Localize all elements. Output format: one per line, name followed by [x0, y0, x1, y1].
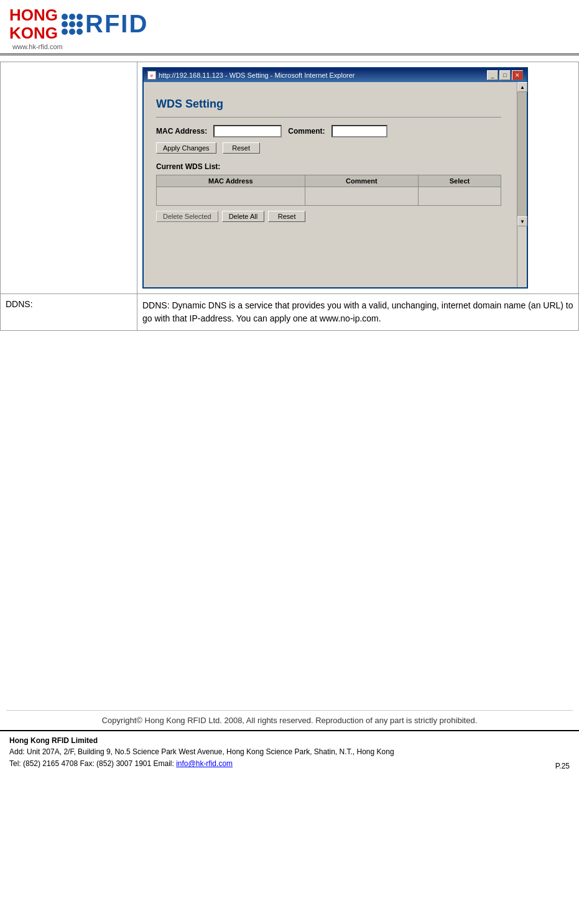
delete-all-button[interactable]: Delete All	[222, 211, 264, 222]
col-select: Select	[419, 175, 501, 187]
wds-form-row: MAC Address: Comment:	[156, 125, 501, 137]
comment-label: Comment:	[288, 127, 325, 136]
current-wds-section: Current WDS List: MAC Address Comment Se…	[156, 162, 501, 222]
page-spacer	[0, 337, 579, 710]
table-header-row: MAC Address Comment Select	[157, 175, 501, 187]
footer-company-name: Hong Kong RFID Limited	[9, 736, 555, 745]
ie-window-controls[interactable]: _ □ ✕	[487, 70, 523, 80]
ddns-description: DDNS: Dynamic DNS is a service that prov…	[142, 300, 573, 323]
wds-empty-space	[156, 222, 501, 272]
footer-address-line2: Tel: (852) 2165 4708 Fax: (852) 3007 190…	[9, 758, 555, 770]
copyright-line: Copyright© Hong Kong RFID Ltd. 2008, All…	[6, 710, 573, 730]
footer-address-line1: Add: Unit 207A, 2/F, Building 9, No.5 Sc…	[9, 746, 555, 758]
logo-dots	[62, 14, 83, 35]
mac-address-label: MAC Address:	[156, 127, 207, 136]
ie-title-text: http://192.168.11.123 - WDS Setting - Mi…	[159, 72, 355, 79]
table-cell-comment	[305, 187, 418, 206]
table-cell-mac	[157, 187, 305, 206]
ie-page-icon: e	[147, 71, 156, 80]
table-row	[157, 187, 501, 206]
col-mac-address: MAC Address	[157, 175, 305, 187]
ddns-label-cell: DDNS:	[1, 294, 137, 331]
ie-titlebar: e http://192.168.11.123 - WDS Setting - …	[144, 68, 527, 82]
ddns-label: DDNS:	[6, 299, 33, 309]
wds-content-area: WDS Setting MAC Address: Comment:	[150, 88, 511, 281]
ddns-content-cell: DDNS: Dynamic DNS is a service that prov…	[137, 294, 579, 331]
ie-scrollbar[interactable]: ▲ ▼	[517, 82, 527, 287]
table-row-screenshot: e http://192.168.11.123 - WDS Setting - …	[1, 62, 579, 294]
wds-title: WDS Setting	[156, 98, 501, 111]
comment-input[interactable]	[331, 125, 387, 137]
right-cell-screenshot: e http://192.168.11.123 - WDS Setting - …	[137, 62, 579, 294]
ie-browser-window: e http://192.168.11.123 - WDS Setting - …	[142, 67, 528, 289]
ie-body: ▲ ▼ WDS Setting MAC Address:	[144, 82, 527, 287]
copyright-text: Copyright© Hong Kong RFID Ltd. 2008, All…	[102, 716, 478, 725]
footer-email-link[interactable]: info@hk-rfid.com	[176, 759, 233, 768]
table-row-ddns: DDNS: DDNS: Dynamic DNS is a service tha…	[1, 294, 579, 331]
col-comment: Comment	[305, 175, 418, 187]
main-content: e http://192.168.11.123 - WDS Setting - …	[0, 55, 579, 337]
wds-apply-row: Apply Changes Reset	[156, 142, 501, 154]
reset-button-2[interactable]: Reset	[268, 211, 305, 222]
scroll-up-button[interactable]: ▲	[517, 82, 527, 92]
apply-changes-button[interactable]: Apply Changes	[156, 142, 216, 154]
page-header: HONGKONG RFID www.hk-rfid.com	[0, 0, 579, 55]
wds-list-table: MAC Address Comment Select	[156, 175, 501, 206]
footer-left: Hong Kong RFID Limited Add: Unit 207A, 2…	[9, 736, 555, 770]
footer-page-number: P.25	[555, 762, 570, 770]
left-cell-empty	[1, 62, 137, 294]
logo-area: HONGKONG RFID	[9, 6, 570, 42]
content-table: e http://192.168.11.123 - WDS Setting - …	[0, 62, 579, 331]
minimize-button[interactable]: _	[487, 70, 498, 80]
footer-tel-fax: Tel: (852) 2165 4708 Fax: (852) 3007 190…	[9, 759, 176, 768]
reset-button-1[interactable]: Reset	[223, 142, 260, 154]
ie-titlebar-left: e http://192.168.11.123 - WDS Setting - …	[147, 71, 355, 80]
close-button[interactable]: ✕	[512, 70, 523, 80]
page-footer: Hong Kong RFID Limited Add: Unit 207A, 2…	[0, 730, 579, 775]
current-wds-label: Current WDS List:	[156, 162, 501, 171]
wds-action-row: Delete Selected Delete All Reset	[156, 211, 501, 222]
table-cell-select	[419, 187, 501, 206]
logo-hk-text: HONGKONG	[9, 6, 58, 42]
logo-rfid-text: RFID	[85, 10, 148, 38]
delete-selected-button[interactable]: Delete Selected	[156, 211, 218, 222]
wds-divider	[156, 117, 501, 118]
scroll-down-button[interactable]: ▼	[517, 216, 527, 226]
header-website: www.hk-rfid.com	[9, 43, 570, 50]
mac-address-input[interactable]	[213, 125, 282, 137]
maximize-button[interactable]: □	[499, 70, 511, 80]
